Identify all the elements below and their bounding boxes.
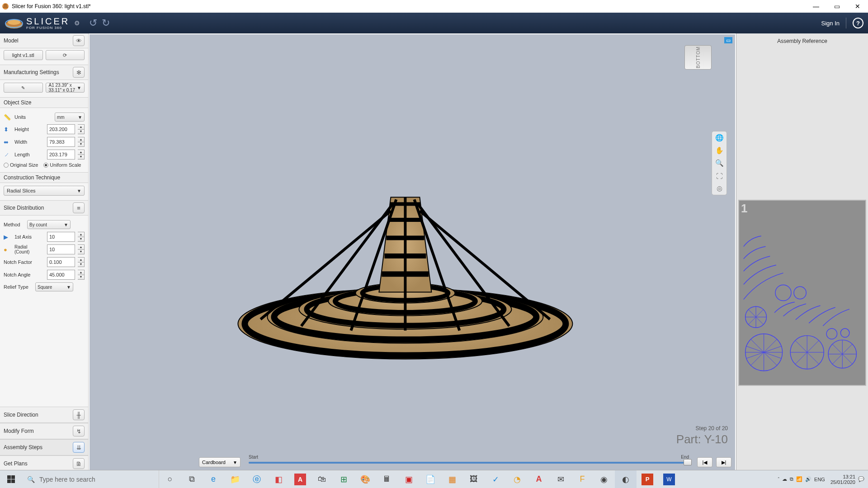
height-spinner[interactable]: ▲▼ [78,124,85,134]
tray-dropbox-icon[interactable]: ⧉ [790,476,793,482]
construct-select[interactable]: Radial Slices▼ [4,186,85,196]
app2-icon[interactable]: 🖼 [463,470,485,488]
notchangle-input[interactable]: 45.000 [47,270,75,280]
powerpoint-icon[interactable]: P [642,474,653,485]
get-plans-section[interactable]: Get Plans 🗎 [0,455,88,472]
length-spinner[interactable]: ▲▼ [78,150,85,160]
cortana-icon[interactable]: ○ [159,470,181,488]
material-select[interactable]: Cardboard▼ [199,457,241,467]
tray-lang[interactable]: ENG [814,477,825,482]
slicedist-options-button[interactable]: ≡ [73,202,85,213]
notchangle-label: Notch Angle [4,272,44,277]
refresh-model-button[interactable]: ⟳ [46,50,85,60]
minimize-window-button[interactable]: — [806,0,826,13]
tray-onedrive-icon[interactable]: ☁ [782,476,787,482]
mfg-edit-button[interactable]: ✎ [4,83,43,93]
tray-chevron-icon[interactable]: ˆ [778,477,779,482]
notchfactor-label: Notch Factor [4,259,44,265]
viewport-toggle-icon[interactable]: ▭ [724,37,732,43]
relief-select[interactable]: Square▼ [35,282,73,291]
radial-input[interactable]: 10 [47,244,75,254]
units-select[interactable]: mm▼ [55,113,85,122]
sign-in-link[interactable]: Sign In [821,20,840,27]
autocad-icon[interactable]: A [294,474,306,485]
taskbar-search[interactable]: 🔍 Type here to search [22,470,159,488]
svg-point-52 [840,328,849,338]
width-input[interactable]: 79.383 [47,137,75,147]
acrobat-icon[interactable]: ▣ [398,470,420,488]
mfg-settings-button[interactable]: ✻ [73,67,85,78]
original-size-radio[interactable] [4,163,9,168]
viewcube[interactable]: BOTTOM [684,45,712,70]
slice-direction-section[interactable]: Slice Direction ╫ [0,407,88,423]
sketchup-icon[interactable]: ◧ [268,470,289,488]
step-forward-button[interactable]: ▶| [716,457,731,467]
zoom-tool[interactable]: 🔍 [712,157,726,169]
step-back-button[interactable]: |◀ [697,457,712,467]
assembly-slider[interactable]: Start End [249,457,689,467]
notchfactor-spinner[interactable]: ▲▼ [78,257,85,267]
fusion-icon[interactable]: F [571,470,593,488]
slice-direction-icon[interactable]: ╫ [73,409,85,420]
search-icon: 🔍 [27,476,35,483]
autocad2-icon[interactable]: A [528,470,550,488]
radial-spinner[interactable]: ▲▼ [78,244,85,254]
logo-gear-icon[interactable]: ⚙ [74,19,80,27]
paint-icon[interactable]: 🎨 [354,470,376,488]
tray-notifications-icon[interactable]: 💬 [858,476,864,482]
help-button[interactable]: ? [853,18,863,28]
app1-icon[interactable]: ▦ [441,470,463,488]
firstaxis-spinner[interactable]: ▲▼ [78,232,85,242]
close-window-button[interactable]: ✕ [847,0,868,13]
width-label: Width [14,139,44,145]
tray-wifi-icon[interactable]: 📶 [796,476,802,482]
width-spinner[interactable]: ▲▼ [78,137,85,147]
mail-icon[interactable]: ✉ [550,470,571,488]
calc-icon[interactable]: 🖩 [376,470,398,488]
notepad-icon[interactable]: 📄 [420,470,441,488]
modify-form-section[interactable]: Modify Form ↯ [0,423,88,439]
app4-icon[interactable]: ◔ [506,470,528,488]
fit-tool[interactable]: ⛶ [712,169,726,182]
assembly-steps-section[interactable]: Assembly Steps ⇊ [0,439,88,455]
get-plans-icon[interactable]: 🗎 [73,458,85,469]
app3-icon[interactable]: ✓ [485,470,506,488]
edge-icon[interactable]: e [203,470,224,488]
notchangle-spinner[interactable]: ▲▼ [78,270,85,280]
model-file-button[interactable]: light v1.stl [4,50,43,60]
units-label: Units [14,114,52,120]
height-input[interactable]: 203.200 [47,124,75,134]
model-visibility-icon[interactable]: 👁 [73,35,85,46]
method-select[interactable]: By count▼ [27,220,71,229]
taskview-icon[interactable]: ⧉ [181,470,203,488]
pan-tool[interactable]: ✋ [712,144,726,157]
length-input[interactable]: 203.179 [47,150,75,160]
model-section-header: Model [4,38,73,44]
uniform-scale-radio[interactable] [43,163,48,168]
notchfactor-input[interactable]: 0.100 [47,257,75,267]
divider [846,18,846,28]
explorer-icon[interactable]: 📁 [224,470,246,488]
orbit-tool[interactable]: 🌐 [712,131,726,144]
tray-clock[interactable]: 13:21 25/01/2020 [830,474,855,485]
start-button[interactable] [0,470,22,488]
undo-button[interactable]: ↺ [89,17,97,29]
viewport[interactable]: ▭ BOTTOM 🌐 ✋ 🔍 ⛶ ◎ [90,34,735,471]
assembly-steps-icon[interactable]: ⇊ [73,442,85,453]
svg-rect-53 [7,475,11,479]
chrome-icon[interactable]: ◉ [593,470,615,488]
construct-header: Construction Technique [4,174,85,181]
maximize-window-button[interactable]: ▭ [826,0,847,13]
sheet-thumbnail[interactable]: 1 [738,200,866,386]
slicer-icon[interactable]: ◐ [615,470,637,488]
modify-form-icon[interactable]: ↯ [73,426,85,436]
tray-volume-icon[interactable]: 🔊 [805,476,811,482]
redo-button[interactable]: ↻ [102,17,110,29]
ie-icon[interactable]: ⓔ [246,470,268,488]
shade-tool[interactable]: ◎ [712,182,726,195]
excel-icon[interactable]: ⊞ [333,470,354,488]
word-icon[interactable]: W [663,474,675,485]
mfg-select[interactable]: A1 23.39" x 33.11" x 0.17▼ [46,83,85,93]
firstaxis-input[interactable]: 10 [47,232,75,242]
store-icon[interactable]: 🛍 [311,470,333,488]
